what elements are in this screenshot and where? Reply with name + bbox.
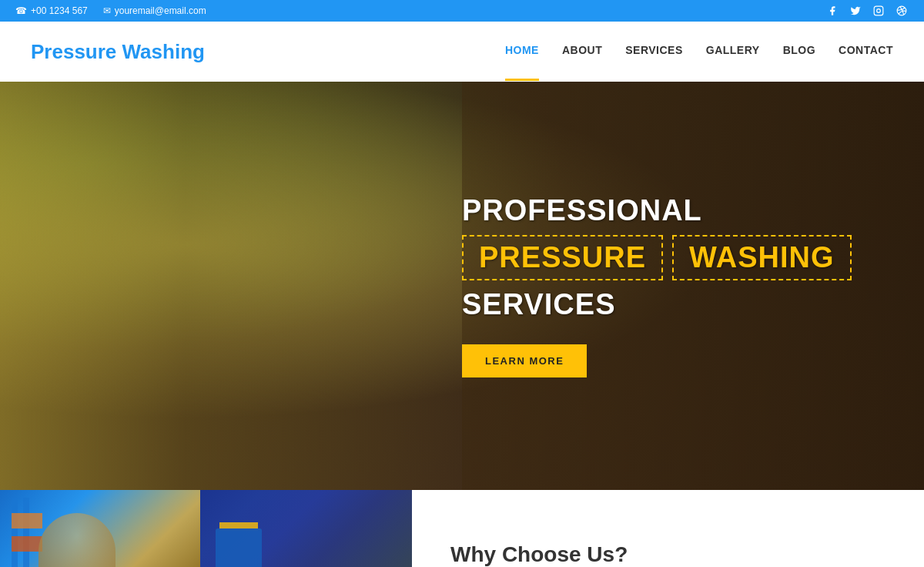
hero-line3: SERVICES — [462, 288, 852, 321]
shelf-bar-2 — [23, 498, 29, 567]
hero-title-boxes: PRESSURE WASHING — [462, 235, 852, 280]
main-nav: HOME ABOUT SERVICES GALLERY BLOG CONTACT — [505, 44, 893, 59]
hero-box-pressure: PRESSURE — [462, 235, 663, 280]
phone-number: +00 1234 567 — [31, 5, 88, 16]
hero-box-washing: WASHING — [672, 235, 852, 280]
phone-icon: ☎ — [15, 5, 27, 16]
bottom-section: Why Choose Us? — [0, 490, 924, 567]
top-bar: ☎ +00 1234 567 ✉ youremail@email.com — [0, 0, 924, 22]
nav-blog[interactable]: BLOG — [783, 44, 815, 59]
hero-content: PROFESSIONAL PRESSURE WASHING SERVICES L… — [462, 194, 852, 377]
site-header: Pressure Washing HOME ABOUT SERVICES GAL… — [0, 22, 924, 82]
email-icon: ✉ — [103, 5, 111, 16]
site-logo[interactable]: Pressure Washing — [31, 40, 205, 64]
why-choose-heading: Why Choose Us? — [450, 542, 628, 567]
logo-text-plain: Pressure — [31, 40, 122, 63]
dribbble-icon[interactable] — [895, 4, 909, 18]
hero-section: PROFESSIONAL PRESSURE WASHING SERVICES L… — [0, 82, 924, 490]
equipment-fork — [219, 522, 258, 528]
hero-line1: PROFESSIONAL — [462, 194, 852, 227]
phone-contact: ☎ +00 1234 567 — [15, 5, 88, 16]
twitter-icon[interactable] — [849, 4, 862, 18]
nav-services[interactable]: SERVICES — [625, 44, 683, 59]
equipment-body — [216, 528, 262, 567]
box-2 — [12, 536, 42, 552]
instagram-icon[interactable] — [872, 4, 886, 18]
shelf-bar-1 — [12, 498, 18, 567]
facebook-icon[interactable] — [825, 4, 839, 18]
svg-point-1 — [877, 9, 881, 13]
bottom-text: Why Choose Us? — [412, 490, 924, 567]
box-1 — [12, 513, 42, 528]
bottom-images — [0, 490, 412, 567]
nav-contact[interactable]: CONTACT — [839, 44, 893, 59]
logo-text-highlight: Washing — [122, 40, 205, 63]
email-address: youremail@email.com — [115, 5, 206, 16]
hero-overlay-left — [0, 82, 462, 490]
nav-gallery[interactable]: GALLERY — [706, 44, 760, 59]
social-links — [825, 4, 909, 18]
svg-rect-0 — [874, 6, 883, 15]
bottom-image-1 — [0, 490, 200, 567]
bottom-image-2 — [200, 490, 412, 567]
nav-about[interactable]: ABOUT — [562, 44, 602, 59]
nav-home[interactable]: HOME — [505, 44, 539, 59]
top-bar-contact-info: ☎ +00 1234 567 ✉ youremail@email.com — [15, 5, 206, 16]
email-contact: ✉ youremail@email.com — [103, 5, 206, 16]
learn-more-button[interactable]: LEARN MORE — [462, 344, 587, 377]
